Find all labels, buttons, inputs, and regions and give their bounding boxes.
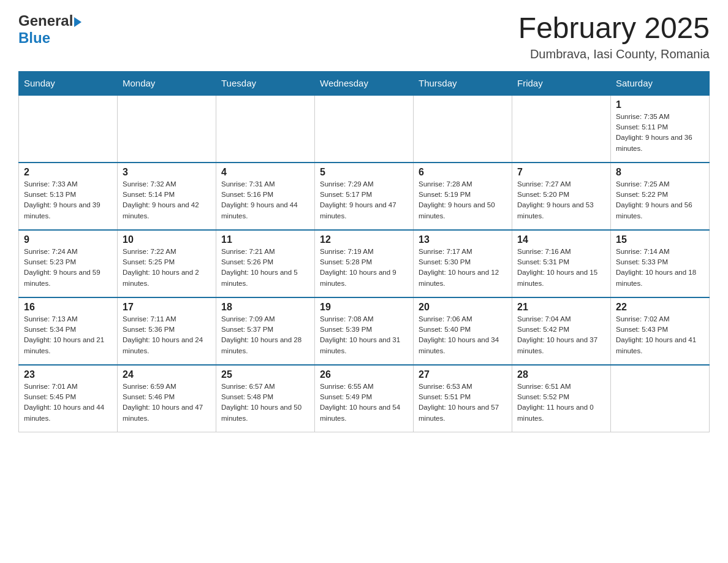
day-info-line: Daylight: 9 hours and 50 minutes. [419, 201, 495, 219]
day-info-line: Sunset: 5:11 PM [616, 123, 668, 131]
header-friday: Friday [512, 71, 611, 95]
day-info-line: Sunrise: 6:55 AM [320, 383, 374, 390]
day-info-line: Daylight: 10 hours and 50 minutes. [221, 404, 301, 421]
day-info-line: Daylight: 10 hours and 28 minutes. [221, 336, 301, 354]
day-info: Sunrise: 7:25 AMSunset: 5:22 PMDaylight:… [616, 179, 704, 221]
day-info-line: Sunset: 5:42 PM [517, 326, 569, 333]
day-info: Sunrise: 6:59 AMSunset: 5:46 PMDaylight:… [123, 381, 211, 424]
day-info: Sunrise: 7:24 AMSunset: 5:23 PMDaylight:… [24, 247, 112, 289]
day-info-line: Daylight: 10 hours and 54 minutes. [320, 404, 400, 421]
day-info: Sunrise: 7:29 AMSunset: 5:17 PMDaylight:… [320, 179, 408, 221]
day-number: 27 [419, 369, 507, 380]
day-info-line: Sunrise: 7:29 AM [320, 180, 374, 188]
day-info-line: Sunrise: 6:59 AM [123, 383, 176, 390]
day-info-line: Daylight: 10 hours and 18 minutes. [616, 269, 696, 286]
week-row-3: 9Sunrise: 7:24 AMSunset: 5:23 PMDaylight… [19, 230, 710, 297]
calendar-subtitle: Dumbrava, Iasi County, Romania [518, 47, 710, 61]
day-info-line: Sunset: 5:39 PM [320, 326, 372, 333]
day-info-line: Sunrise: 7:17 AM [419, 248, 472, 255]
day-info-line: Daylight: 9 hours and 56 minutes. [616, 201, 692, 219]
day-info-line: Sunset: 5:49 PM [320, 393, 372, 400]
day-info-line: Daylight: 9 hours and 44 minutes. [221, 201, 298, 219]
day-info-line: Sunrise: 7:22 AM [123, 248, 176, 255]
day-info: Sunrise: 7:09 AMSunset: 5:37 PMDaylight:… [221, 314, 309, 356]
day-info-line: Sunrise: 7:11 AM [123, 315, 176, 323]
day-info: Sunrise: 7:27 AMSunset: 5:20 PMDaylight:… [517, 179, 605, 221]
day-number: 26 [320, 369, 408, 380]
day-info-line: Sunrise: 7:31 AM [221, 180, 275, 188]
day-info-line: Sunrise: 7:24 AM [24, 248, 78, 255]
day-number: 9 [24, 234, 112, 245]
logo-general-text: General [18, 12, 73, 29]
day-info-line: Sunrise: 7:35 AM [616, 113, 670, 120]
day-info-line: Daylight: 10 hours and 21 minutes. [24, 336, 104, 354]
day-number: 11 [221, 234, 309, 245]
day-info-line: Sunset: 5:52 PM [517, 393, 569, 400]
day-info-line: Daylight: 9 hours and 39 minutes. [24, 201, 100, 219]
day-number: 20 [419, 302, 507, 313]
day-info-line: Sunrise: 7:32 AM [123, 180, 176, 188]
calendar-cell: 1Sunrise: 7:35 AMSunset: 5:11 PMDaylight… [611, 95, 710, 163]
day-info-line: Daylight: 9 hours and 59 minutes. [24, 269, 100, 286]
day-info-line: Sunrise: 7:19 AM [320, 248, 374, 255]
header-sunday: Sunday [19, 71, 118, 95]
day-number: 2 [24, 167, 112, 178]
calendar-cell: 3Sunrise: 7:32 AMSunset: 5:14 PMDaylight… [118, 163, 216, 230]
calendar-cell: 20Sunrise: 7:06 AMSunset: 5:40 PMDayligh… [414, 297, 512, 365]
day-number: 5 [320, 167, 408, 178]
day-info-line: Sunset: 5:46 PM [123, 393, 175, 400]
day-info-line: Daylight: 9 hours and 53 minutes. [517, 201, 594, 219]
calendar-cell: 22Sunrise: 7:02 AMSunset: 5:43 PMDayligh… [611, 297, 710, 365]
day-info-line: Daylight: 10 hours and 12 minutes. [419, 269, 499, 286]
day-number: 18 [221, 302, 309, 313]
calendar-cell: 14Sunrise: 7:16 AMSunset: 5:31 PMDayligh… [512, 230, 611, 297]
day-info: Sunrise: 7:11 AMSunset: 5:36 PMDaylight:… [123, 314, 211, 356]
day-info-line: Sunset: 5:45 PM [24, 393, 76, 400]
calendar-cell: 25Sunrise: 6:57 AMSunset: 5:48 PMDayligh… [216, 365, 315, 432]
day-info: Sunrise: 7:01 AMSunset: 5:45 PMDaylight:… [24, 381, 112, 424]
day-number: 24 [123, 369, 211, 380]
day-info-line: Daylight: 9 hours and 36 minutes. [616, 134, 692, 151]
logo-blue-text: Blue [18, 29, 50, 46]
day-info: Sunrise: 7:33 AMSunset: 5:13 PMDaylight:… [24, 179, 112, 221]
day-number: 25 [221, 369, 309, 380]
day-number: 1 [616, 99, 704, 110]
day-number: 17 [123, 302, 211, 313]
day-info-line: Sunset: 5:26 PM [221, 258, 273, 266]
calendar-cell: 19Sunrise: 7:08 AMSunset: 5:39 PMDayligh… [315, 297, 414, 365]
day-info: Sunrise: 7:21 AMSunset: 5:26 PMDaylight:… [221, 247, 309, 289]
day-info: Sunrise: 6:53 AMSunset: 5:51 PMDaylight:… [419, 381, 507, 424]
day-info-line: Sunset: 5:30 PM [419, 258, 471, 266]
header-saturday: Saturday [611, 71, 710, 95]
day-info-line: Daylight: 10 hours and 15 minutes. [517, 269, 597, 286]
calendar-cell: 12Sunrise: 7:19 AMSunset: 5:28 PMDayligh… [315, 230, 414, 297]
calendar-cell: 4Sunrise: 7:31 AMSunset: 5:16 PMDaylight… [216, 163, 315, 230]
calendar-cell [118, 95, 216, 163]
day-info-line: Sunset: 5:22 PM [616, 191, 668, 198]
header-monday: Monday [118, 71, 216, 95]
day-info-line: Daylight: 9 hours and 47 minutes. [320, 201, 396, 219]
calendar-cell: 24Sunrise: 6:59 AMSunset: 5:46 PMDayligh… [118, 365, 216, 432]
calendar-cell [216, 95, 315, 163]
day-info-line: Daylight: 10 hours and 44 minutes. [24, 404, 104, 421]
day-number: 8 [616, 167, 704, 178]
day-info: Sunrise: 7:22 AMSunset: 5:25 PMDaylight:… [123, 247, 211, 289]
day-info: Sunrise: 7:13 AMSunset: 5:34 PMDaylight:… [24, 314, 112, 356]
day-number: 3 [123, 167, 211, 178]
day-number: 13 [419, 234, 507, 245]
title-section: February 2025 Dumbrava, Iasi County, Rom… [518, 12, 710, 61]
day-info-line: Daylight: 10 hours and 34 minutes. [419, 336, 499, 354]
day-info-line: Sunset: 5:14 PM [123, 191, 175, 198]
day-info-line: Sunset: 5:36 PM [123, 326, 175, 333]
day-info: Sunrise: 7:32 AMSunset: 5:14 PMDaylight:… [123, 179, 211, 221]
calendar-cell [315, 95, 414, 163]
day-info: Sunrise: 6:55 AMSunset: 5:49 PMDaylight:… [320, 381, 408, 424]
day-info-line: Sunrise: 7:27 AM [517, 180, 571, 188]
day-number: 7 [517, 167, 605, 178]
day-info-line: Sunset: 5:25 PM [123, 258, 175, 266]
header-tuesday: Tuesday [216, 71, 315, 95]
calendar-cell: 5Sunrise: 7:29 AMSunset: 5:17 PMDaylight… [315, 163, 414, 230]
day-number: 22 [616, 302, 704, 313]
calendar-cell: 18Sunrise: 7:09 AMSunset: 5:37 PMDayligh… [216, 297, 315, 365]
day-number: 16 [24, 302, 112, 313]
